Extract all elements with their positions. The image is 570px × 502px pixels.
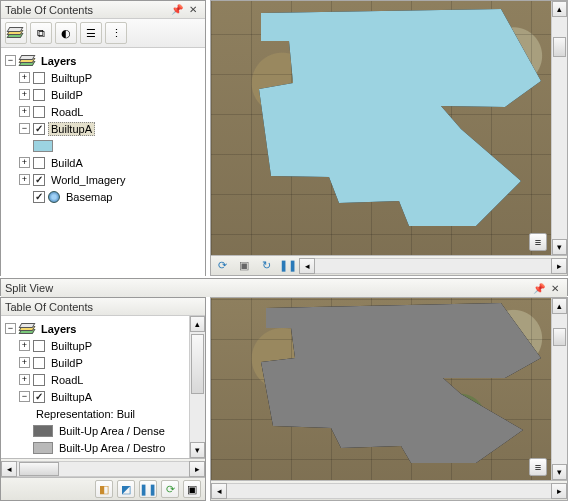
scroll-right-arrow[interactable]: ▸ [189, 461, 205, 477]
checkbox[interactable] [33, 340, 45, 352]
toc-title: Table Of Contents [5, 301, 201, 313]
svg-marker-0 [259, 9, 541, 226]
toc-title: Table Of Contents [5, 4, 169, 16]
checkbox[interactable] [33, 123, 45, 135]
expander[interactable]: + [19, 72, 30, 83]
list-by-drawing-order-button[interactable] [5, 22, 27, 44]
scroll-left-arrow[interactable]: ◂ [211, 483, 227, 499]
refresh-icon[interactable]: ⟳ [213, 258, 231, 274]
checkbox[interactable] [33, 357, 45, 369]
symbol-swatch[interactable] [33, 140, 53, 152]
expander[interactable]: + [19, 357, 30, 368]
layer-item[interactable]: RoadL [48, 373, 86, 387]
builtupa-polygon [211, 298, 568, 482]
layer-item[interactable]: BuildP [48, 356, 86, 370]
layer-item[interactable]: BuildP [48, 88, 86, 102]
expander[interactable]: − [19, 391, 30, 402]
list-by-selection-button[interactable]: ☰ [80, 22, 102, 44]
layers-icon [19, 323, 35, 335]
layers-root[interactable]: Layers [38, 54, 79, 68]
list-by-source-button[interactable]: ⧉ [30, 22, 52, 44]
close-icon[interactable]: ✕ [185, 2, 201, 18]
globe-icon [48, 191, 60, 203]
horizontal-scrollbar[interactable]: ◂ ▸ [211, 483, 567, 499]
expander[interactable]: + [19, 374, 30, 385]
checkbox[interactable] [33, 89, 45, 101]
rep-item[interactable]: Built-Up Area / Dense [56, 424, 168, 438]
toggle-draft-button[interactable]: ◧ [95, 480, 113, 498]
layer-item[interactable]: RoadL [48, 105, 86, 119]
checkbox[interactable] [33, 157, 45, 169]
pin-icon[interactable]: 📌 [169, 2, 185, 18]
pause-drawing-button[interactable]: ❚❚ [139, 480, 157, 498]
pause-icon[interactable]: ❚❚ [279, 258, 297, 274]
pin-icon[interactable]: 📌 [531, 280, 547, 296]
map-tools-button[interactable]: ≡ [529, 458, 547, 476]
scroll-up-arrow[interactable]: ▴ [552, 1, 567, 17]
vertical-scrollbar[interactable]: ▴ ▾ [189, 316, 205, 458]
scroll-up-arrow[interactable]: ▴ [552, 298, 567, 314]
full-extent-button[interactable]: ▣ [183, 480, 201, 498]
checkbox[interactable] [33, 374, 45, 386]
expander[interactable]: + [19, 89, 30, 100]
layers-icon [19, 55, 35, 67]
scroll-right-arrow[interactable]: ▸ [551, 483, 567, 499]
checkbox[interactable] [33, 191, 45, 203]
layer-tree-bottom: − Layers +BuiltupP +BuildP +RoadL −Built… [1, 316, 205, 458]
horizontal-scrollbar[interactable]: ◂ ▸ [1, 461, 205, 477]
toggle-visibility-button[interactable]: ◩ [117, 480, 135, 498]
refresh-button[interactable]: ⟳ [161, 480, 179, 498]
scroll-left-arrow[interactable]: ◂ [1, 461, 17, 477]
vertical-scrollbar[interactable]: ▴ ▾ [551, 1, 567, 255]
stop-icon[interactable]: ▣ [235, 258, 253, 274]
list-by-visibility-button[interactable]: ◐ [55, 22, 77, 44]
expander[interactable]: + [19, 174, 30, 185]
builtupa-polygon [211, 1, 568, 257]
layer-item[interactable]: BuiltupP [48, 339, 95, 353]
toc-toolbar: ⧉ ◐ ☰ ⋮ [1, 19, 205, 48]
checkbox[interactable] [33, 391, 45, 403]
vertical-scrollbar[interactable]: ▴ ▾ [551, 298, 567, 480]
scroll-up-arrow[interactable]: ▴ [190, 316, 205, 332]
layer-item[interactable]: BuiltupP [48, 71, 95, 85]
horizontal-scrollbar[interactable]: ◂ ▸ [299, 258, 567, 274]
layer-item[interactable]: World_Imagery [48, 173, 128, 187]
layers-root[interactable]: Layers [38, 322, 79, 336]
checkbox[interactable] [33, 106, 45, 118]
expander[interactable]: + [19, 340, 30, 351]
scroll-down-arrow[interactable]: ▾ [190, 442, 205, 458]
checkbox[interactable] [33, 72, 45, 84]
layer-item[interactable]: BuiltupA [48, 122, 95, 136]
rep-item[interactable]: Built-Up Area / Destro [56, 441, 168, 455]
map-view-top[interactable]: ≡ ▴ ▾ ⟳ ▣ ↻ ❚❚ ◂ ▸ [210, 0, 568, 276]
representation-label: Representation: Buil [33, 407, 138, 421]
split-view-title: Split View [5, 282, 531, 294]
expander[interactable]: − [5, 323, 16, 334]
layer-tree: − Layers +BuiltupP +BuildP +RoadL −Built… [1, 48, 205, 276]
layer-item[interactable]: Basemap [63, 190, 115, 204]
layer-item[interactable]: BuiltupA [48, 390, 95, 404]
scroll-down-arrow[interactable]: ▾ [552, 239, 567, 255]
expander[interactable]: + [19, 106, 30, 117]
continue-icon[interactable]: ↻ [257, 258, 275, 274]
options-button[interactable]: ⋮ [105, 22, 127, 44]
expander[interactable]: − [5, 55, 16, 66]
layer-item[interactable]: BuildA [48, 156, 86, 170]
expander[interactable]: − [19, 123, 30, 134]
symbol-swatch[interactable] [33, 425, 53, 437]
scroll-right-arrow[interactable]: ▸ [551, 258, 567, 274]
close-icon[interactable]: ✕ [547, 280, 563, 296]
svg-marker-1 [261, 303, 541, 463]
checkbox[interactable] [33, 174, 45, 186]
map-view-bottom[interactable]: ≡ ▴ ▾ ◂ ▸ [210, 297, 568, 501]
symbol-swatch[interactable] [33, 442, 53, 454]
scroll-down-arrow[interactable]: ▾ [552, 464, 567, 480]
scroll-left-arrow[interactable]: ◂ [299, 258, 315, 274]
map-tools-button[interactable]: ≡ [529, 233, 547, 251]
expander[interactable]: + [19, 157, 30, 168]
